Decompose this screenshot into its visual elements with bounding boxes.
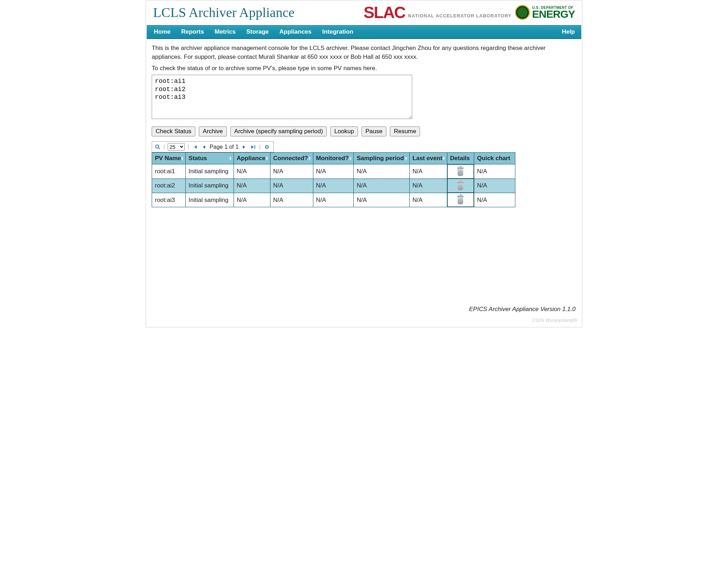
cell: N/A: [270, 164, 313, 179]
doe-big-text: ENERGY: [532, 9, 575, 19]
header-bar: LCLS Archiver Appliance SLAC NATIONAL AC…: [147, 1, 581, 25]
cell: N/A: [234, 164, 270, 179]
svg-line-1: [158, 148, 160, 149]
pager-bar: | 102550100 | Page 1 of 1 |: [152, 141, 274, 152]
main-nav: Home Reports Metrics Storage Appliances …: [147, 25, 581, 39]
table-row: root:ai2Initial samplingN/AN/AN/AN/AN/AN…: [152, 179, 515, 193]
cell: N/A: [270, 193, 313, 207]
cell: N/A: [474, 164, 515, 179]
cell: root:ai3: [152, 193, 186, 207]
watermark: CSDN @yuyuyuliang00: [147, 316, 581, 326]
prompt-text: To check the status of or to archive som…: [152, 65, 576, 72]
version-footer: EPICS Archiver Appliance Version 1.1.0: [147, 301, 581, 316]
svg-point-0: [156, 145, 159, 148]
pause-button[interactable]: Pause: [362, 126, 386, 136]
col-sampling-period[interactable]: Sampling period▲▼: [354, 153, 409, 164]
trash-icon[interactable]: [457, 167, 464, 176]
col-quick-chart: Quick chart: [474, 153, 515, 164]
doe-seal-icon: [515, 5, 530, 20]
page-indicator: Page 1 of 1: [209, 144, 239, 150]
intro-text: This is the archiver appliance managemen…: [152, 44, 576, 61]
sort-icon[interactable]: ▲▼: [442, 156, 446, 160]
button-row: Check Status Archive Archive (specify sa…: [152, 126, 576, 136]
refresh-icon[interactable]: [263, 144, 270, 150]
details-cell: [447, 179, 474, 193]
col-last-event[interactable]: Last event▲▼: [409, 153, 447, 164]
nav-help[interactable]: Help: [560, 27, 576, 36]
sort-icon[interactable]: ▲▼: [404, 156, 408, 160]
cell: N/A: [234, 179, 270, 193]
cell: Initial sampling: [186, 193, 234, 207]
resume-button[interactable]: Resume: [390, 126, 420, 136]
archive-period-button[interactable]: Archive (specify sampling period): [230, 126, 327, 136]
nav-home[interactable]: Home: [152, 27, 172, 37]
trash-icon[interactable]: [457, 181, 464, 190]
cell: N/A: [234, 193, 270, 207]
sort-icon[interactable]: ▲▼: [265, 156, 269, 160]
cell: N/A: [409, 193, 447, 207]
page-title: LCLS Archiver Appliance: [153, 5, 295, 20]
cell: N/A: [313, 179, 354, 193]
cell: N/A: [354, 193, 409, 207]
cell: N/A: [270, 179, 313, 193]
archive-button[interactable]: Archive: [199, 126, 227, 136]
prev-page-icon[interactable]: [201, 145, 207, 150]
first-page-icon[interactable]: [192, 145, 198, 150]
slac-logo: SLAC NATIONAL ACCELERATOR LABORATORY: [364, 5, 511, 20]
pv-names-input[interactable]: [152, 75, 412, 119]
cell: N/A: [313, 193, 354, 207]
table-row: root:ai3Initial samplingN/AN/AN/AN/AN/AN…: [152, 193, 515, 207]
next-page-icon[interactable]: [241, 145, 247, 150]
last-page-icon[interactable]: [250, 145, 256, 150]
cell: N/A: [409, 179, 447, 193]
search-icon[interactable]: [155, 144, 161, 150]
nav-reports[interactable]: Reports: [180, 27, 205, 37]
nav-integration[interactable]: Integration: [321, 27, 355, 37]
cell: N/A: [474, 193, 515, 207]
trash-icon[interactable]: [457, 195, 464, 204]
details-cell: [447, 193, 474, 207]
cell: N/A: [354, 164, 409, 179]
logo-group: SLAC NATIONAL ACCELERATOR LABORATORY U.S…: [364, 5, 575, 20]
nav-metrics[interactable]: Metrics: [213, 27, 237, 37]
svg-rect-2: [254, 145, 255, 149]
nav-storage[interactable]: Storage: [245, 27, 270, 37]
col-connected-[interactable]: Connected?▲▼: [270, 153, 313, 164]
cell: N/A: [409, 164, 447, 179]
col-details: Details: [447, 153, 474, 164]
page-size-select[interactable]: 102550100: [168, 143, 185, 151]
cell: N/A: [354, 179, 409, 193]
cell: root:ai2: [152, 179, 186, 193]
sort-icon[interactable]: ▲▼: [308, 156, 312, 160]
lookup-button[interactable]: Lookup: [330, 126, 358, 136]
pv-table: PV Name▲▼Status▲▼Appliance▲▼Connected?▲▼…: [152, 152, 515, 207]
col-appliance[interactable]: Appliance▲▼: [234, 153, 270, 164]
cell: root:ai1: [152, 164, 186, 179]
cell: Initial sampling: [186, 179, 234, 193]
sort-icon[interactable]: ▲▼: [229, 156, 232, 160]
sort-icon[interactable]: ▲▼: [348, 156, 352, 160]
nav-appliances[interactable]: Appliances: [278, 27, 313, 37]
cell: N/A: [313, 164, 354, 179]
cell: N/A: [474, 179, 515, 193]
doe-logo: U.S. DEPARTMENT OF ENERGY: [515, 5, 575, 20]
table-row: root:ai1Initial samplingN/AN/AN/AN/AN/AN…: [152, 164, 515, 179]
slac-subtitle: NATIONAL ACCELERATOR LABORATORY: [408, 13, 511, 20]
details-cell: [447, 164, 474, 179]
col-monitored-[interactable]: Monitored?▲▼: [313, 153, 354, 164]
check-status-button[interactable]: Check Status: [152, 126, 195, 136]
col-pv-name[interactable]: PV Name▲▼: [152, 153, 186, 164]
cell: Initial sampling: [186, 164, 234, 179]
slac-wordmark: SLAC: [364, 5, 405, 20]
col-status[interactable]: Status▲▼: [186, 153, 234, 164]
sort-icon[interactable]: ▲▼: [180, 156, 184, 160]
